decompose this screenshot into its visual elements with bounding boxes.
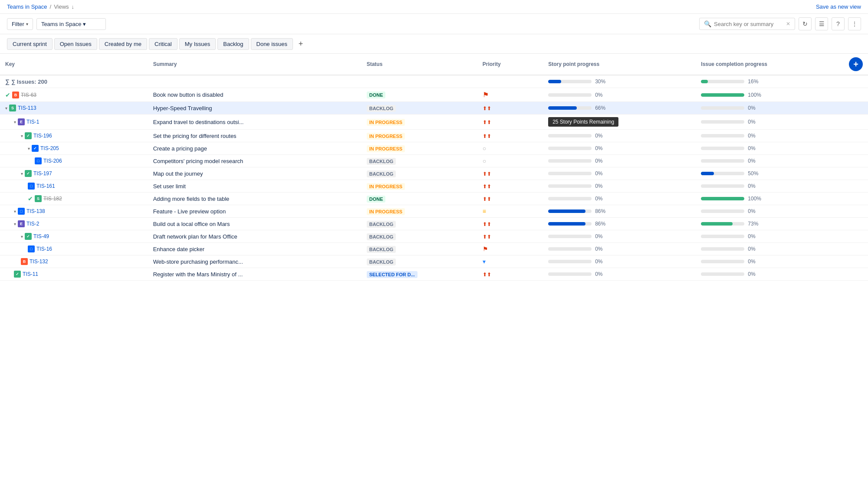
toolbar-right: 🔍 ✕ ↻ ☰ ? ⋮ (699, 17, 861, 30)
issue-bar (701, 93, 744, 97)
issue-key-link[interactable]: TIS-205 (40, 145, 59, 151)
row-priority: ⚑ (477, 243, 543, 255)
issue-key-link[interactable]: TIS-113 (18, 105, 36, 111)
chevron-icon[interactable]: ▾ (21, 134, 23, 138)
issue-key-link[interactable]: TIS-2 (26, 221, 39, 227)
issue-key-link[interactable]: TIS-1 (26, 119, 39, 125)
row-status[interactable]: BACKLOG (362, 167, 477, 180)
tab-backlog[interactable]: Backlog (217, 38, 249, 50)
row-summary: Expand travel to destinations outsi... (148, 115, 362, 130)
row-status[interactable]: IN PROGRESS (362, 180, 477, 193)
row-priority: ▾ (477, 255, 543, 268)
story-bar (548, 209, 592, 213)
row-story-progress: 0% (543, 180, 696, 193)
issue-key-link[interactable]: TIS-206 (43, 158, 62, 164)
row-status[interactable]: DONE (362, 193, 477, 205)
project-select[interactable]: Teams in Space ▾ (36, 18, 106, 30)
row-status[interactable]: SELECTED FOR D... (362, 268, 477, 281)
issue-bar (701, 106, 744, 110)
subtask-icon: ✓ (32, 145, 39, 152)
priority-icon: ⬆⬆ (483, 221, 491, 227)
issue-key-link[interactable]: TIS-196 (33, 133, 52, 139)
story-icon: S (9, 105, 16, 111)
row-summary: Hyper-Speed Travelling (148, 102, 362, 115)
search-box[interactable]: 🔍 ✕ (699, 18, 795, 30)
col-key: Key (0, 54, 148, 75)
issue-key-link[interactable]: TIS-63 (21, 92, 36, 98)
filter-button[interactable]: Filter ▾ (7, 18, 33, 30)
table-row: ▾ S TIS-113 Hyper-Speed Travelling BACKL… (0, 102, 868, 115)
issue-pct: 0% (748, 158, 761, 164)
refresh-button[interactable]: ↻ (799, 17, 812, 30)
tab-created-by-me[interactable]: Created by me (99, 38, 147, 50)
chevron-icon[interactable]: ▾ (5, 106, 7, 111)
filter-options-button[interactable]: ☰ (815, 17, 828, 30)
tab-my-issues[interactable]: My Issues (179, 38, 216, 50)
issue-pct: 0% (748, 183, 761, 189)
status-badge: IN PROGRESS (367, 183, 405, 190)
issue-key-link[interactable]: TIS-49 (33, 233, 49, 239)
help-button[interactable]: ? (832, 17, 845, 30)
add-tab-button[interactable]: + (295, 38, 307, 50)
status-badge: DONE (367, 92, 386, 98)
row-issue-progress: 73% (696, 218, 844, 230)
row-add (844, 155, 868, 167)
chevron-icon[interactable]: ▾ (14, 120, 16, 124)
tab-done-issues[interactable]: Done issues (251, 38, 293, 50)
row-status[interactable]: BACKLOG (362, 155, 477, 167)
story-pct: 0% (595, 158, 608, 164)
issue-pct: 100% (748, 196, 761, 202)
sigma-icon: ∑ (5, 78, 10, 85)
issue-key-link[interactable]: TIS-197 (33, 170, 52, 177)
chevron-icon[interactable]: ▾ (28, 146, 30, 151)
tab-current-sprint[interactable]: Current sprint (7, 38, 53, 50)
row-add (844, 218, 868, 230)
issue-pct: 0% (748, 208, 761, 214)
row-status[interactable]: IN PROGRESS (362, 142, 477, 155)
story-bar (548, 272, 592, 276)
row-status[interactable]: IN PROGRESS (362, 115, 477, 130)
story-bar (548, 172, 592, 175)
issue-key-link[interactable]: TIS-11 (23, 271, 38, 277)
breadcrumb-project[interactable]: Teams in Space (7, 3, 47, 10)
story-pct: 66% (595, 105, 608, 111)
row-key: ✔ S TIS-182 (0, 193, 148, 205)
row-key: ▾ S TIS-113 (0, 102, 148, 115)
clear-search-icon[interactable]: ✕ (786, 21, 790, 27)
issue-key-link[interactable]: TIS-182 (43, 196, 62, 202)
row-status[interactable]: BACKLOG (362, 255, 477, 268)
add-column-button[interactable]: + (849, 57, 863, 71)
row-status[interactable]: IN PROGRESS (362, 130, 477, 142)
row-story-progress: 0% (543, 243, 696, 255)
issue-key-link[interactable]: TIS-138 (26, 208, 45, 214)
tab-critical[interactable]: Critical (149, 38, 178, 50)
row-status[interactable]: BACKLOG (362, 102, 477, 115)
more-options-button[interactable]: ⋮ (848, 17, 861, 30)
row-issue-progress: 50% (696, 167, 844, 180)
row-status[interactable]: BACKLOG (362, 218, 477, 230)
row-status[interactable]: DONE (362, 88, 477, 102)
search-input[interactable] (714, 21, 783, 27)
issue-key-link[interactable]: TIS-16 (36, 246, 52, 252)
issue-key-link[interactable]: TIS-132 (30, 258, 48, 265)
issue-key-link[interactable]: TIS-161 (36, 183, 55, 189)
save-new-view-button[interactable]: Save as new view (816, 3, 861, 10)
chevron-icon[interactable]: ▾ (14, 209, 16, 214)
chevron-icon[interactable]: ▾ (14, 222, 16, 226)
row-status[interactable]: BACKLOG (362, 230, 477, 243)
table-row: ▾ □ TIS-138 Feature - Live preview optio… (0, 205, 868, 218)
row-priority: ○ (477, 142, 543, 155)
chevron-icon[interactable]: ▾ (21, 171, 23, 176)
chevron-icon[interactable]: ▾ (21, 234, 23, 239)
story-bar (548, 159, 592, 163)
row-add (844, 255, 868, 268)
col-add[interactable]: + (844, 54, 868, 75)
row-status[interactable]: BACKLOG (362, 243, 477, 255)
priority-icon: ○ (483, 157, 486, 164)
row-status[interactable]: IN PROGRESS (362, 205, 477, 218)
tab-open-issues[interactable]: Open Issues (54, 38, 97, 50)
bug-icon: B (21, 258, 28, 265)
row-key: □ TIS-161 (0, 180, 148, 193)
breadcrumb: Teams in Space / Views ↓ (7, 3, 74, 10)
issue-pct: 0% (748, 246, 761, 252)
